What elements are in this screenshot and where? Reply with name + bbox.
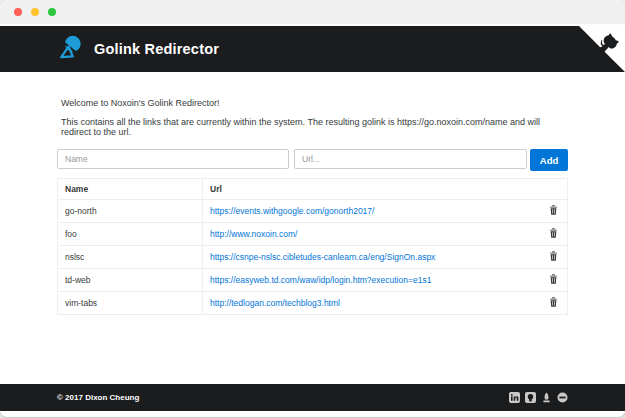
add-golink-form: Add [57,149,568,171]
browser-chrome-bar [0,0,625,26]
linkedin-icon[interactable] [509,392,520,403]
table-header-row: Name Url [58,179,568,200]
app-navbar: Golink Redirector [0,26,625,72]
url-column-header: Url [203,179,568,200]
description-text: This contains all the links that are cur… [61,117,568,137]
trash-icon [549,226,558,241]
github-corner-icon[interactable] [579,26,625,72]
minus-circle-icon[interactable] [557,392,568,403]
table-row: td-webhttps://easyweb.td.com/waw/idp/log… [58,269,568,292]
delete-golink-button[interactable] [549,228,558,238]
golink-url-link[interactable]: https://events.withgoogle.com/gonorth201… [210,206,374,216]
trash-icon [549,203,558,218]
golink-url-link[interactable]: https://easyweb.td.com/waw/idp/login.htm… [210,275,431,285]
trash-icon [549,272,558,287]
delete-golink-button[interactable] [549,274,558,284]
table-row: nslschttps://csnpe-nslsc.cibletudes-canl… [58,246,568,269]
rocket-icon[interactable] [541,392,552,403]
delete-golink-button[interactable] [549,297,558,307]
name-column-header: Name [58,179,203,200]
table-body: go-northhttps://events.withgoogle.com/go… [58,200,568,315]
trash-icon [549,249,558,264]
golink-name-cell: nslsc [58,246,203,269]
trash-icon [549,295,558,310]
golink-name-cell: go-north [58,200,203,223]
app-footer: © 2017 Dixon Cheung [0,384,625,411]
golink-name-cell: foo [58,223,203,246]
copyright-text: © 2017 Dixon Cheung [57,393,139,402]
github-icon[interactable] [525,392,536,403]
golink-name-cell: td-web [58,269,203,292]
social-links [509,392,568,403]
golink-logo-icon [57,34,83,64]
table-row: vim-tabshttp://tedlogan.com/techblog3.ht… [58,292,568,315]
delete-golink-button[interactable] [549,205,558,215]
golinks-table: Name Url go-northhttps://events.withgoog… [57,178,568,315]
name-input[interactable] [57,149,289,169]
add-button[interactable]: Add [530,149,568,171]
table-row: go-northhttps://events.withgoogle.com/go… [58,200,568,223]
app-title: Golink Redirector [94,41,219,57]
url-input[interactable] [294,149,527,169]
golink-name-cell: vim-tabs [58,292,203,315]
golink-url-link[interactable]: https://csnpe-nslsc.cibletudes-canlearn.… [210,252,435,262]
zoom-window-button[interactable] [48,8,56,16]
minimize-window-button[interactable] [31,8,39,16]
main-content: Welcome to Noxoin's Golink Redirector! T… [57,72,568,315]
golink-url-link[interactable]: http://www.noxoin.com/ [210,229,297,239]
browser-window: Golink Redirector Welcome to Noxoin's Go… [0,0,625,417]
golink-url-link[interactable]: http://tedlogan.com/techblog3.html [210,298,340,308]
table-row: foohttp://www.noxoin.com/ [58,223,568,246]
welcome-text: Welcome to Noxoin's Golink Redirector! [61,98,568,108]
close-window-button[interactable] [14,8,22,16]
delete-golink-button[interactable] [549,251,558,261]
